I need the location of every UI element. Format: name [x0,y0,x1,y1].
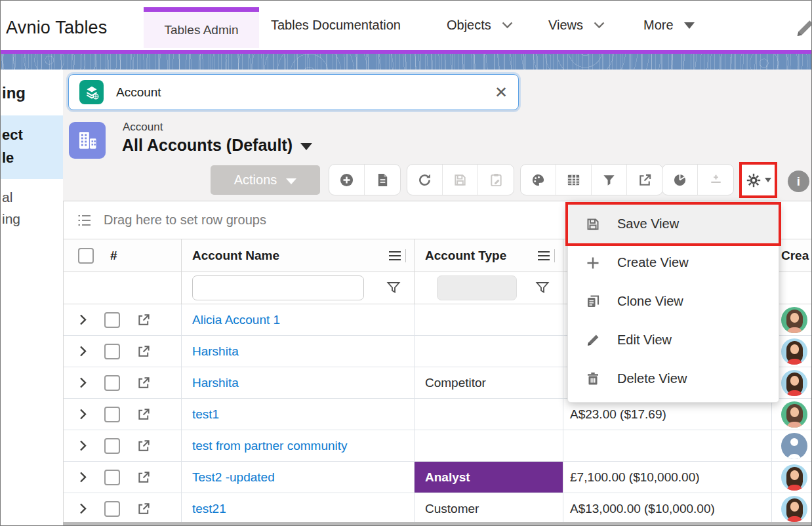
account-name-cell: Harshita [182,336,415,367]
nav-more-dropdown[interactable]: More [643,1,695,50]
account-type-value: Customer [415,493,563,524]
column-menu-icon[interactable] [388,251,401,261]
actions-button[interactable]: Actions [211,165,320,195]
filter-button[interactable] [592,165,627,195]
tab-tables-documentation[interactable]: Tables Documentation [271,1,401,50]
document-button[interactable] [365,165,400,195]
table-row: test from partner community [64,430,812,462]
open-record-icon[interactable] [136,312,152,327]
column-resize-handle[interactable] [554,249,555,262]
sidebar-item[interactable]: ing [2,208,20,230]
menu-item-save-view[interactable]: Save View [568,205,779,243]
column-header-account-type[interactable]: Account Type [415,239,563,272]
row-tools-cell [64,462,182,493]
account-type-value [415,399,563,430]
palette-button[interactable] [521,165,556,195]
search-input[interactable]: Account [116,85,161,100]
sidebar-item-group[interactable]: al ing [2,186,20,230]
row-height-icon [708,172,723,188]
menu-item-label: Save View [617,216,679,232]
menu-item-clone-view[interactable]: Clone View [568,282,779,321]
filter-icon [601,172,617,188]
sidebar-item-selected[interactable]: ect le [1,115,63,179]
sidebar-item[interactable]: al [2,186,20,208]
menu-item-create-view[interactable]: Create View [568,243,779,282]
left-sidebar: ing ect le al ing [1,70,63,526]
row-expand-chevron-icon[interactable] [78,439,88,452]
account-type-filter-input[interactable] [437,275,517,300]
account-name-link[interactable]: test1 [192,407,219,422]
account-name-link[interactable]: Harshita [192,376,239,390]
open-record-icon[interactable] [136,470,152,485]
row-checkbox[interactable] [104,344,120,359]
add-record-button[interactable] [329,165,365,195]
row-checkbox[interactable] [104,375,120,391]
theme-banner [1,54,812,70]
select-all-checkbox[interactable] [78,248,94,264]
table-columns-button[interactable] [556,165,592,195]
account-name-link[interactable]: Harshita [192,344,239,359]
open-record-icon[interactable] [136,375,152,390]
created-by-avatar [781,338,807,365]
open-record-icon[interactable] [136,501,152,516]
row-expand-chevron-icon[interactable] [78,502,88,515]
row-expand-chevron-icon[interactable] [78,408,88,420]
row-expand-chevron-icon[interactable] [78,471,88,483]
refresh-button[interactable] [407,165,443,195]
row-height-button[interactable] [698,165,733,195]
nav-objects-dropdown[interactable]: Objects [447,1,513,50]
row-checkbox[interactable] [104,407,120,422]
info-icon: i [797,174,800,189]
pie-chart-button[interactable] [662,165,698,195]
column-header-account-name[interactable]: Account Name [182,239,415,272]
open-record-icon[interactable] [136,344,152,359]
info-button[interactable]: i [788,171,809,192]
account-name-filter-input[interactable] [192,275,364,300]
row-checkbox[interactable] [104,438,120,454]
filter-funnel-icon[interactable] [386,281,401,295]
object-search-box[interactable]: Account ✕ [68,74,519,110]
nav-views-dropdown[interactable]: Views [548,1,605,50]
edit-clipboard-icon [489,172,504,188]
account-name-link[interactable]: Test2 -updated [192,470,275,485]
tab-tables-admin[interactable]: Tables Admin [144,7,259,48]
open-record-icon[interactable] [136,407,152,422]
column-menu-icon[interactable] [537,251,550,261]
pencil-icon [585,333,601,348]
table-columns-icon [566,172,581,188]
account-type-value [415,430,563,461]
created-by-avatar [781,433,807,459]
open-record-icon[interactable] [136,438,152,453]
pencil-icon[interactable] [794,18,812,39]
menu-item-edit-view[interactable]: Edit View [568,321,779,359]
edit-clipboard-button[interactable] [478,165,514,195]
save-button[interactable] [443,165,478,195]
account-name-link[interactable]: test from partner community [192,439,348,453]
settings-gear-button[interactable] [739,162,777,198]
row-checkbox[interactable] [104,470,120,485]
filter-funnel-icon[interactable] [535,281,550,295]
account-type-cell [415,430,563,461]
created-by-avatar [781,370,807,396]
view-settings-menu: Save View Create View Clone View Edit Vi… [567,203,779,403]
pie-chart-icon [672,172,687,188]
row-expand-chevron-icon[interactable] [78,345,88,357]
menu-item-label: Create View [617,255,689,270]
row-expand-chevron-icon[interactable] [78,314,88,326]
close-x-icon[interactable]: ✕ [495,85,508,100]
account-type-value [415,304,563,335]
account-name-link[interactable]: test21 [192,502,226,516]
row-expand-chevron-icon[interactable] [78,376,88,389]
drag-hint-text: Drag here to set row groups [104,212,266,228]
row-checkbox[interactable] [104,312,120,328]
open-external-button[interactable] [627,165,662,195]
view-title-dropdown[interactable]: All Accounts (Default) [122,136,312,155]
row-tools-cell [64,430,182,461]
row-checkbox[interactable] [104,501,120,517]
column-resize-handle[interactable] [405,249,406,262]
menu-item-delete-view[interactable]: Delete View [568,359,779,398]
account-name-link[interactable]: Alicia Account 1 [192,313,280,327]
account-name-cell: Test2 -updated [182,462,415,493]
filter-cell-account-name [182,272,415,304]
horizontal-scrollbar[interactable] [63,522,812,525]
